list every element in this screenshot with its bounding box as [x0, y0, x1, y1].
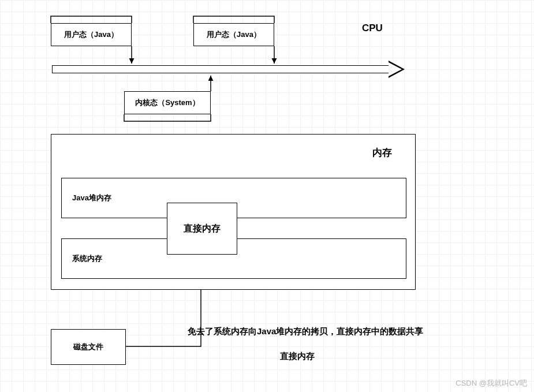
cpu-label: CPU — [362, 23, 383, 34]
user-mode-label-1: 用户态（Java） — [64, 29, 118, 40]
disk-file-label: 磁盘文件 — [73, 342, 103, 352]
caption-line-2: 直接内存 — [280, 351, 315, 362]
cpu-timeline-bar — [52, 65, 390, 73]
user-mode-box-1: 用户态（Java） — [51, 23, 132, 46]
disk-file-box: 磁盘文件 — [51, 329, 126, 365]
watermark: CSDN @我就叫CV吧 — [455, 378, 527, 389]
direct-memory-label: 直接内存 — [184, 223, 221, 235]
java-heap-label: Java堆内存 — [72, 193, 111, 203]
direct-memory-box: 直接内存 — [167, 203, 237, 255]
kernel-mode-box: 内核态（System） — [124, 91, 211, 114]
memory-title: 内存 — [372, 146, 392, 159]
user-mode-box-2: 用户态（Java） — [193, 23, 274, 46]
arrowhead-icon — [389, 61, 405, 78]
memory-container: 内存 Java堆内存 系统内存 直接内存 — [51, 134, 416, 290]
user-mode-label-2: 用户态（Java） — [207, 29, 261, 40]
caption-line-1: 免去了系统内存向Java堆内存的拷贝，直接内存中的数据共享 — [188, 326, 423, 337]
system-memory-label: 系统内存 — [72, 253, 102, 264]
kernel-mode-label: 内核态（System） — [135, 98, 199, 108]
